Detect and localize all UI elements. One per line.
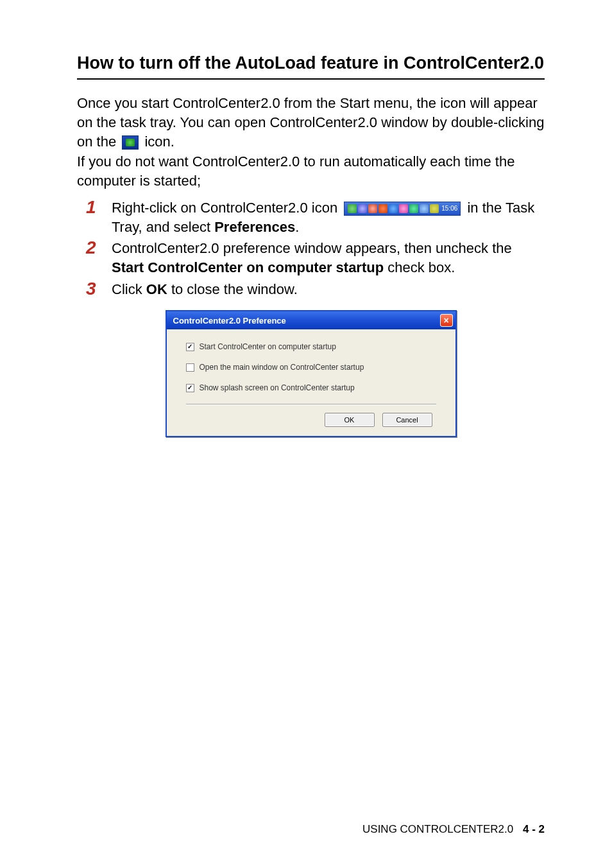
dialog-body: ✓ Start ControlCenter on computer startu… bbox=[167, 329, 455, 436]
intro-paragraph-1: Once you start ControlCenter2.0 from the… bbox=[77, 94, 545, 151]
checkbox-row-startup[interactable]: ✓ Start ControlCenter on computer startu… bbox=[186, 342, 436, 351]
step-1-text: Right-click on ControlCenter2.0 icon 15:… bbox=[112, 198, 545, 236]
step-1: 1 Right-click on ControlCenter2.0 icon 1… bbox=[86, 198, 545, 236]
step-2-a: ControlCenter2.0 preference window appea… bbox=[112, 240, 512, 256]
page-footer: USING CONTROLCENTER2.0 4 - 2 bbox=[362, 823, 545, 836]
step-2-b: check box. bbox=[384, 259, 455, 275]
task-tray-screenshot: 15:06 bbox=[344, 202, 461, 216]
steps-list: 1 Right-click on ControlCenter2.0 icon 1… bbox=[77, 198, 545, 299]
dialog-title: ControlCenter2.0 Preference bbox=[173, 316, 286, 326]
preference-dialog: ControlCenter2.0 Preference × ✓ Start Co… bbox=[166, 310, 457, 437]
step-2-text: ControlCenter2.0 preference window appea… bbox=[112, 239, 545, 277]
footer-page-number: 4 - 2 bbox=[523, 823, 545, 835]
tray-mini-icon bbox=[399, 204, 408, 213]
check-mark-icon: ✓ bbox=[187, 385, 192, 391]
step-1-a: Right-click on ControlCenter2.0 icon bbox=[112, 200, 341, 216]
step-number: 3 bbox=[86, 280, 112, 298]
dialog-titlebar: ControlCenter2.0 Preference × bbox=[167, 311, 455, 329]
tray-mini-icon bbox=[378, 204, 387, 213]
step-number: 2 bbox=[86, 239, 112, 257]
step-3-bold: OK bbox=[146, 281, 167, 297]
step-3-b: to close the window. bbox=[167, 281, 298, 297]
checkbox-icon bbox=[186, 363, 194, 372]
step-1-bold: Preferences bbox=[214, 219, 295, 235]
step-number: 1 bbox=[86, 198, 112, 216]
checkbox-icon: ✓ bbox=[186, 343, 194, 351]
section-heading: How to turn off the AutoLoad feature in … bbox=[77, 53, 545, 73]
tray-mini-icon bbox=[358, 204, 367, 213]
dialog-button-row: OK Cancel bbox=[186, 413, 436, 427]
tray-mini-icon bbox=[348, 204, 357, 213]
controlcenter-tray-icon bbox=[122, 135, 139, 150]
checkbox-label: Open the main window on ControlCenter st… bbox=[200, 363, 364, 372]
step-2: 2 ControlCenter2.0 preference window app… bbox=[86, 239, 545, 277]
tray-mini-icon bbox=[409, 204, 418, 213]
checkbox-label: Show splash screen on ControlCenter star… bbox=[200, 383, 355, 392]
checkbox-label: Start ControlCenter on computer startup bbox=[200, 342, 336, 351]
tray-mini-icon bbox=[368, 204, 377, 213]
heading-underline bbox=[77, 78, 545, 80]
tray-mini-icon bbox=[420, 204, 429, 213]
tray-mini-icon bbox=[389, 204, 398, 213]
dialog-close-button[interactable]: × bbox=[440, 314, 453, 327]
tray-clock: 15:06 bbox=[441, 204, 457, 213]
checkbox-row-splash[interactable]: ✓ Show splash screen on ControlCenter st… bbox=[186, 383, 436, 392]
dialog-screenshot-wrap: ControlCenter2.0 Preference × ✓ Start Co… bbox=[77, 310, 545, 437]
ok-button[interactable]: OK bbox=[325, 413, 375, 427]
tray-mini-icon bbox=[430, 204, 439, 213]
para1-part-b: icon. bbox=[140, 134, 174, 150]
dialog-separator bbox=[186, 404, 436, 405]
step-3-text: Click OK to close the window. bbox=[112, 280, 545, 299]
step-2-bold: Start ControlCenter on computer startup bbox=[112, 259, 384, 275]
cancel-button[interactable]: Cancel bbox=[382, 413, 432, 427]
intro-paragraph-2: If you do not want ControlCenter2.0 to r… bbox=[77, 152, 545, 190]
checkbox-icon: ✓ bbox=[186, 384, 194, 392]
checkbox-row-mainwindow[interactable]: Open the main window on ControlCenter st… bbox=[186, 363, 436, 372]
footer-text: USING CONTROLCENTER2.0 bbox=[362, 823, 513, 835]
step-1-c: . bbox=[295, 219, 299, 235]
step-3-a: Click bbox=[112, 281, 146, 297]
step-3: 3 Click OK to close the window. bbox=[86, 280, 545, 299]
check-mark-icon: ✓ bbox=[187, 343, 192, 350]
close-icon: × bbox=[443, 316, 448, 325]
